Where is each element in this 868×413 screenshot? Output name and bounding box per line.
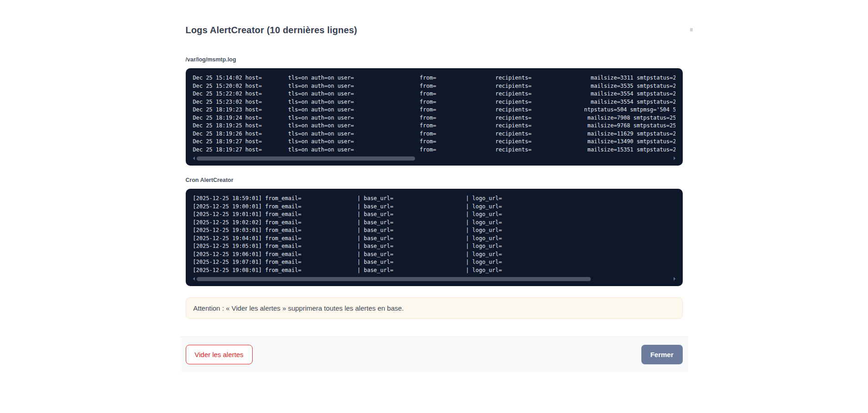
log-line: Dec 25 15:23:02 host= tls=on auth=on use…	[193, 98, 675, 106]
log-line: Dec 25 18:19:24 host= tls=on auth=on use…	[193, 114, 675, 122]
log-line: Dec 25 15:22:02 host= tls=on auth=on use…	[193, 90, 675, 98]
close-icon[interactable]	[690, 28, 693, 31]
page-title: Logs AlertCreator (10 dernières lignes)	[186, 25, 683, 35]
log-line: Dec 25 18:19:26 host= tls=on auth=on use…	[193, 130, 675, 138]
log-line: Dec 25 15:14:02 host= tls=on auth=on use…	[193, 74, 675, 82]
log-line: [2025-12-25 19:03:01] from_email= | base…	[193, 227, 675, 235]
scroll-left-arrow-icon[interactable]	[193, 277, 195, 281]
scrollbar-track[interactable]	[197, 277, 672, 281]
warning-banner: Attention : « Vider les alertes » suppri…	[186, 297, 683, 319]
log-line: Dec 25 18:19:23 host= tls=on auth=on use…	[193, 106, 675, 114]
log-line: [2025-12-25 19:06:01] from_email= | base…	[193, 251, 675, 259]
log-line: [2025-12-25 19:07:01] from_email= | base…	[193, 258, 675, 267]
log-line: Dec 25 18:19:25 host= tls=on auth=on use…	[193, 122, 675, 130]
scrollbar-thumb[interactable]	[197, 156, 415, 161]
close-button[interactable]: Fermer	[641, 345, 683, 364]
msmtp-log-label: /var/log/msmtp.log	[186, 56, 683, 63]
log-line: [2025-12-25 19:00:01] from_email= | base…	[193, 203, 675, 211]
horizontal-scrollbar[interactable]	[193, 155, 675, 162]
log-line: [2025-12-25 19:04:01] from_email= | base…	[193, 235, 675, 243]
log-line: [2025-12-25 19:01:01] from_email= | base…	[193, 211, 675, 219]
modal-footer: Vider les alertes Fermer	[180, 337, 688, 372]
scrollbar-thumb[interactable]	[197, 277, 591, 281]
clear-alerts-button[interactable]: Vider les alertes	[186, 345, 253, 364]
log-line: [2025-12-25 19:02:02] from_email= | base…	[193, 219, 675, 227]
log-line: Dec 25 18:19:27 host= tls=on auth=on use…	[193, 146, 675, 154]
warning-text: Attention : « Vider les alertes » suppri…	[193, 304, 404, 312]
cron-log-panel: [2025-12-25 18:59:01] from_email= | base…	[186, 189, 683, 286]
scrollbar-track[interactable]	[197, 156, 672, 161]
log-line: [2025-12-25 19:05:01] from_email= | base…	[193, 242, 675, 251]
horizontal-scrollbar[interactable]	[193, 275, 675, 282]
cron-log-label: Cron AlertCreator	[186, 177, 683, 183]
scroll-right-arrow-icon[interactable]	[674, 277, 675, 281]
msmtp-log-panel: Dec 25 15:14:02 host= tls=on auth=on use…	[186, 68, 683, 166]
scroll-left-arrow-icon[interactable]	[193, 156, 195, 160]
log-line: [2025-12-25 19:08:01] from_email= | base…	[193, 267, 675, 275]
log-line: [2025-12-25 18:59:01] from_email= | base…	[193, 195, 675, 203]
scroll-right-arrow-icon[interactable]	[674, 156, 675, 160]
log-line: Dec 25 18:19:27 host= tls=on auth=on use…	[193, 138, 675, 146]
log-line: Dec 25 15:20:02 host= tls=on auth=on use…	[193, 82, 675, 91]
logs-modal: Logs AlertCreator (10 dernières lignes) …	[180, 25, 688, 372]
